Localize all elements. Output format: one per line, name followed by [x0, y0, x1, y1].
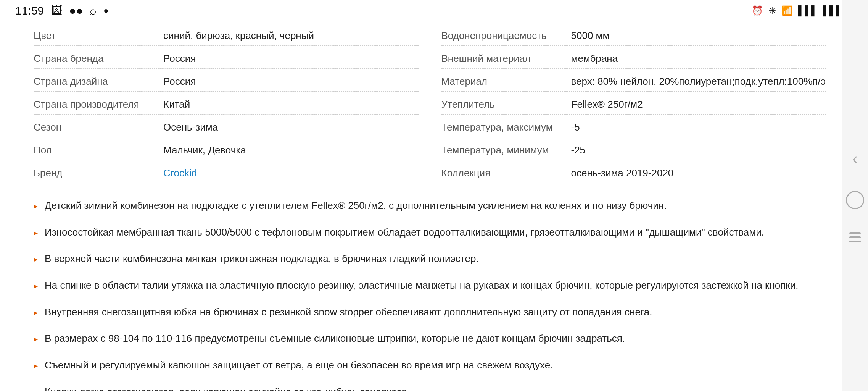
- spec-label: Коллекция: [441, 167, 571, 179]
- spec-label: Утеплитель: [441, 99, 571, 110]
- bar-2: [849, 236, 861, 238]
- image-icon: 🖼: [51, 4, 62, 17]
- list-item: ▸В верхней части комбинезона мягкая трик…: [34, 252, 826, 266]
- bullet-text: На спинке в области талии утяжка на элас…: [45, 278, 798, 293]
- spec-col-right: Водонепроницаемость5000 мм: [441, 23, 826, 46]
- spec-col-left: БрендCrockid: [34, 160, 419, 183]
- bar-1: [849, 232, 861, 234]
- back-arrow-icon[interactable]: ‹: [852, 149, 858, 168]
- spec-value: Россия: [163, 53, 419, 65]
- nav-circle[interactable]: [846, 191, 864, 209]
- spec-col-right: Внешний материалмембрана: [441, 46, 826, 69]
- spec-label: Страна бренда: [34, 53, 163, 65]
- list-item: ▸На спинке в области талии утяжка на эла…: [34, 278, 826, 293]
- signal-icon: ▌▌▌: [798, 5, 818, 16]
- dot-icon: ●: [103, 6, 108, 16]
- rss-icon: ●●: [69, 4, 83, 17]
- search-icon[interactable]: ⌕: [90, 4, 97, 17]
- bullet-text: Внутренняя снегозащитная юбка на брючина…: [45, 305, 652, 320]
- specs-table: Цветсиний, бирюза, красный, черныйВодоне…: [34, 23, 826, 183]
- spec-col-left: Цветсиний, бирюза, красный, черный: [34, 23, 419, 46]
- spec-col-left: Страна дизайнаРоссия: [34, 69, 419, 92]
- bullet-arrow-icon: ▸: [34, 227, 38, 239]
- spec-value: -5: [571, 121, 826, 133]
- specs-row: Страна дизайнаРоссияМатериалверх: 80% не…: [34, 69, 826, 92]
- spec-label: Сезон: [34, 121, 163, 133]
- spec-col-left: Страна производителяКитай: [34, 92, 419, 115]
- list-item: ▸Внутренняя снегозащитная юбка на брючин…: [34, 305, 826, 320]
- spec-value: мембрана: [571, 53, 826, 65]
- spec-col-left: ПолМальчик, Девочка: [34, 137, 419, 160]
- bullet-arrow-icon: ▸: [34, 386, 38, 391]
- bullet-text: Износостойкая мембранная ткань 5000/5000…: [45, 225, 764, 240]
- status-bar-right: ⏰ ✳ 📶 ▌▌▌ ▌▌▌ ▮: [752, 5, 853, 16]
- spec-value[interactable]: Crockid: [163, 167, 419, 179]
- bullet-arrow-icon: ▸: [34, 307, 38, 319]
- specs-row: Страна производителяКитайУтеплительFelle…: [34, 92, 826, 115]
- spec-col-right: УтеплительFellex® 250г/м2: [441, 92, 826, 115]
- alarm-icon: ⏰: [752, 5, 763, 16]
- spec-col-right: Материалверх: 80% нейлон, 20%полиуретан;…: [441, 69, 826, 92]
- spec-label: Цвет: [34, 30, 163, 42]
- specs-row: СезонОсень-зимаТемпература, максимум-5: [34, 115, 826, 137]
- nav-bars: [849, 232, 861, 242]
- bullet-text: Съемный и регулируемый капюшон защищает …: [45, 358, 553, 373]
- status-bar-left: 11:59 🖼 ●● ⌕ ●: [15, 4, 109, 17]
- spec-value: Осень-зима: [163, 121, 419, 133]
- spec-col-left: Страна брендаРоссия: [34, 46, 419, 69]
- spec-value: Россия: [163, 76, 419, 87]
- specs-row: БрендCrockidКоллекцияосень-зима 2019-202…: [34, 160, 826, 183]
- spec-label: Температура, максимум: [441, 121, 571, 133]
- bullet-text: Детский зимний комбинезон на подкладке с…: [45, 199, 667, 213]
- spec-label: Материал: [441, 76, 571, 87]
- signal2-icon: ▌▌▌: [823, 5, 842, 16]
- spec-label: Пол: [34, 144, 163, 156]
- list-item: ▸Съемный и регулируемый капюшон защищает…: [34, 358, 826, 373]
- spec-value: верх: 80% нейлон, 20%полиуретан;подк.уте…: [571, 76, 826, 87]
- list-item: ▸Кнопки легко отстегиваются, если капюшо…: [34, 385, 826, 391]
- list-item: ▸Износостойкая мембранная ткань 5000/500…: [34, 225, 826, 240]
- spec-value: Fellex® 250г/м2: [571, 99, 826, 110]
- spec-col-left: СезонОсень-зима: [34, 115, 419, 137]
- bullet-text: В размерах с 98-104 по 110-116 предусмот…: [45, 331, 625, 346]
- spec-col-right: Температура, максимум-5: [441, 115, 826, 137]
- specs-row: Цветсиний, бирюза, красный, черныйВодоне…: [34, 23, 826, 46]
- bullet-arrow-icon: ▸: [34, 333, 38, 345]
- list-item: ▸В размерах с 98-104 по 110-116 предусмо…: [34, 331, 826, 346]
- spec-value: 5000 мм: [571, 30, 826, 42]
- bullet-arrow-icon: ▸: [34, 280, 38, 292]
- right-edge-nav: ‹: [842, 0, 868, 391]
- spec-label: Водонепроницаемость: [441, 30, 571, 42]
- spec-value: Китай: [163, 99, 419, 110]
- bullet-text: В верхней части комбинезона мягкая трико…: [45, 252, 479, 266]
- specs-row: Страна брендаРоссияВнешний материалмембр…: [34, 46, 826, 69]
- spec-label: Страна дизайна: [34, 76, 163, 87]
- list-item: ▸Детский зимний комбинезон на подкладке …: [34, 199, 826, 213]
- spec-col-right: Коллекцияосень-зима 2019-2020: [441, 160, 826, 183]
- spec-label: Страна производителя: [34, 99, 163, 110]
- spec-value: осень-зима 2019-2020: [571, 167, 826, 179]
- spec-col-right: Температура, минимум-25: [441, 137, 826, 160]
- bullet-text: Кнопки легко отстегиваются, если капюшон…: [45, 385, 409, 391]
- spec-value: -25: [571, 144, 826, 156]
- status-bar: 11:59 🖼 ●● ⌕ ● ⏰ ✳ 📶 ▌▌▌ ▌▌▌ ▮: [0, 0, 868, 21]
- wifi-icon: 📶: [781, 5, 793, 16]
- time-display: 11:59: [15, 4, 44, 17]
- bar-3: [849, 241, 861, 242]
- spec-value: синий, бирюза, красный, черный: [163, 30, 419, 42]
- spec-label: Внешний материал: [441, 53, 571, 65]
- bluetooth-icon: ✳: [768, 5, 776, 16]
- bullet-arrow-icon: ▸: [34, 200, 38, 212]
- spec-label: Температура, минимум: [441, 144, 571, 156]
- spec-label: Бренд: [34, 167, 163, 179]
- specs-row: ПолМальчик, ДевочкаТемпература, минимум-…: [34, 137, 826, 160]
- main-content: Цветсиний, бирюза, красный, черныйВодоне…: [0, 0, 868, 391]
- spec-value: Мальчик, Девочка: [163, 144, 419, 156]
- bullet-list: ▸Детский зимний комбинезон на подкладке …: [34, 199, 826, 391]
- bullet-arrow-icon: ▸: [34, 253, 38, 265]
- bullet-arrow-icon: ▸: [34, 360, 38, 372]
